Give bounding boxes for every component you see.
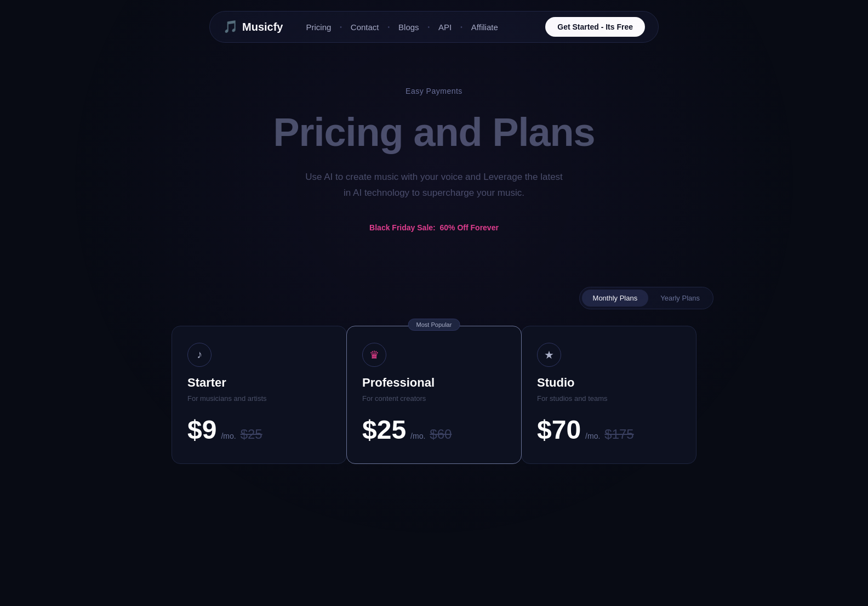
starter-card: ♪ Starter For musicians and artists $9 /… bbox=[172, 326, 347, 465]
pricing-section: ♪ Starter For musicians and artists $9 /… bbox=[105, 326, 763, 465]
logo[interactable]: 🎵 Musicfy bbox=[223, 20, 283, 34]
studio-plan-description: For studios and teams bbox=[537, 393, 681, 404]
yearly-plans-button[interactable]: Yearly Plans bbox=[649, 290, 711, 307]
starter-icon: ♪ bbox=[187, 343, 212, 367]
studio-plan-name: Studio bbox=[537, 376, 681, 390]
starter-price: $9 bbox=[187, 415, 216, 445]
professional-plan-description: For content creators bbox=[362, 393, 506, 404]
nav-dot-2: • bbox=[388, 24, 390, 30]
nav-links: Pricing • Contact • Blogs • API • Affili… bbox=[300, 19, 528, 35]
easy-payments-badge: Easy Payments bbox=[406, 87, 462, 95]
nav-link-contact[interactable]: Contact bbox=[345, 19, 385, 35]
starter-price-row: $9 /mo. $25 bbox=[187, 415, 331, 445]
nav-dot-1: • bbox=[340, 24, 342, 30]
most-popular-badge: Most Popular bbox=[408, 319, 460, 331]
nav-link-api[interactable]: API bbox=[433, 19, 457, 35]
sale-badge: Black Friday Sale: 60% Off Forever bbox=[369, 223, 499, 232]
sale-prefix: Black Friday Sale: bbox=[369, 223, 436, 232]
professional-period: /mo. bbox=[410, 432, 425, 440]
navbar-wrapper: 🎵 Musicfy Pricing • Contact • Blogs • AP… bbox=[0, 0, 868, 43]
nav-link-affiliate[interactable]: Affiliate bbox=[466, 19, 504, 35]
get-started-button[interactable]: Get Started - Its Free bbox=[545, 17, 645, 37]
plans-toggle-wrapper: Monthly Plans Yearly Plans bbox=[133, 287, 735, 309]
studio-original-price: $175 bbox=[604, 427, 633, 442]
logo-icon: 🎵 bbox=[223, 20, 238, 34]
starter-plan-description: For musicians and artists bbox=[187, 393, 331, 404]
professional-price: $25 bbox=[362, 415, 406, 445]
nav-dot-4: • bbox=[460, 24, 462, 30]
monthly-plans-button[interactable]: Monthly Plans bbox=[582, 290, 649, 307]
starter-period: /mo. bbox=[221, 432, 236, 440]
nav-link-pricing[interactable]: Pricing bbox=[300, 19, 336, 35]
nav-link-blogs[interactable]: Blogs bbox=[393, 19, 425, 35]
studio-price-row: $70 /mo. $175 bbox=[537, 415, 681, 445]
studio-price: $70 bbox=[537, 415, 581, 445]
professional-original-price: $60 bbox=[430, 427, 452, 442]
plans-toggle: Monthly Plans Yearly Plans bbox=[579, 287, 713, 309]
professional-plan-name: Professional bbox=[362, 376, 506, 390]
studio-card: ★ Studio For studios and teams $70 /mo. … bbox=[521, 326, 696, 465]
hero-section: Easy Payments Pricing and Plans Use AI t… bbox=[0, 43, 868, 287]
nav-dot-3: • bbox=[428, 24, 430, 30]
sale-text: 60% Off Forever bbox=[440, 223, 499, 232]
studio-icon: ★ bbox=[537, 343, 561, 367]
professional-card: Most Popular ♛ Professional For content … bbox=[346, 326, 522, 465]
professional-icon: ♛ bbox=[362, 343, 386, 367]
studio-period: /mo. bbox=[585, 432, 600, 440]
starter-plan-name: Starter bbox=[187, 376, 331, 390]
professional-price-row: $25 /mo. $60 bbox=[362, 415, 506, 445]
hero-subtitle: Use AI to create music with your voice a… bbox=[302, 169, 566, 201]
starter-original-price: $25 bbox=[241, 427, 262, 442]
hero-title: Pricing and Plans bbox=[273, 111, 595, 154]
logo-text: Musicfy bbox=[242, 21, 283, 33]
navbar: 🎵 Musicfy Pricing • Contact • Blogs • AP… bbox=[209, 11, 659, 43]
